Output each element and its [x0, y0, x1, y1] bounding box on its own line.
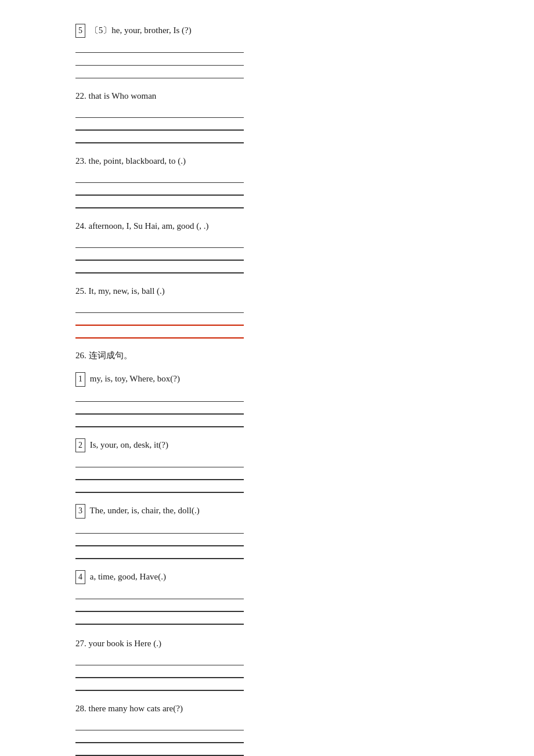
question-text-28: there many how cats are(?) [89, 704, 183, 713]
answer-line [75, 236, 244, 248]
section-title-26: 26. 连词成句。 [75, 350, 459, 361]
answer-line [75, 184, 244, 196]
answer-line [75, 41, 244, 53]
bracket-prev5: 5 [75, 24, 85, 38]
page-container: 5 〔5〕he, your, brother, Is (?) 22. that … [0, 0, 534, 756]
answer-lines-27 [75, 654, 459, 691]
question-label-prev5: 5 〔5〕he, your, brother, Is (?) [75, 23, 459, 38]
answer-lines-26-3 [75, 522, 459, 559]
answer-line [75, 732, 244, 743]
question-number-28: 28. [75, 704, 89, 713]
bracket-26-2: 2 [75, 438, 85, 452]
answer-line [75, 600, 244, 612]
question-text-23: the, point, blackboard, to (.) [89, 156, 186, 165]
answer-line [75, 106, 244, 118]
question-text-24: afternoon, I, Su Hai, am, good (, .) [89, 221, 209, 231]
answer-line-red [75, 327, 244, 339]
answer-line [75, 119, 244, 131]
question-number-25: 25. [75, 286, 89, 296]
question-block-22: 22. that is Who woman [75, 89, 459, 143]
answer-line [75, 171, 244, 183]
question-text-26-2: Is, your, on, desk, it(?) [90, 440, 168, 449]
question-label-26-4: 4 a, time, good, Have(.) [75, 570, 459, 584]
question-block-26-title: 26. 连词成句。 [75, 350, 459, 361]
answer-line [75, 416, 244, 427]
answer-line [75, 535, 244, 546]
question-label-26-1: 1 my, is, toy, Where, box(?) [75, 372, 459, 386]
question-block-26-1: 1 my, is, toy, Where, box(?) [75, 372, 459, 427]
answer-line [75, 197, 244, 208]
answer-line [75, 390, 244, 402]
question-number-26: 26. [75, 351, 89, 360]
question-text-25: It, my, new, is, ball (.) [89, 286, 165, 296]
answer-line [75, 301, 244, 313]
bracket-26-3: 3 [75, 504, 85, 518]
question-block-26-3: 3 The, under, is, chair, the, doll(.) [75, 503, 459, 559]
answer-lines-26-2 [75, 456, 459, 493]
question-label-25: 25. It, my, new, is, ball (.) [75, 284, 459, 298]
question-text-22: that is Who woman [89, 91, 157, 100]
question-block-26-4: 4 a, time, good, Have(.) [75, 570, 459, 625]
answer-lines-25 [75, 301, 459, 339]
answer-lines-22 [75, 106, 459, 143]
question-number-24: 24. [75, 221, 89, 231]
answer-line [75, 54, 244, 66]
answer-line [75, 132, 244, 143]
answer-line [75, 456, 244, 467]
answer-line [75, 588, 244, 599]
answer-line [75, 679, 244, 691]
answer-lines-prev5 [75, 41, 459, 78]
answer-lines-24 [75, 236, 459, 273]
question-block-27: 27. your book is Here (.) [75, 636, 459, 691]
question-number-23: 23. [75, 156, 89, 165]
question-text-27: your book is Here (.) [89, 639, 161, 648]
question-label-26-2: 2 Is, your, on, desk, it(?) [75, 438, 459, 452]
question-label-27: 27. your book is Here (.) [75, 636, 459, 650]
answer-line [75, 522, 244, 534]
answer-line [75, 613, 244, 625]
answer-line [75, 667, 244, 678]
question-block-28: 28. there many how cats are(?) [75, 701, 459, 756]
question-label-26-3: 3 The, under, is, chair, the, doll(.) [75, 503, 459, 518]
question-block-prev5: 5 〔5〕he, your, brother, Is (?) [75, 23, 459, 78]
answer-line [75, 469, 244, 480]
question-block-23: 23. the, point, blackboard, to (.) [75, 154, 459, 208]
question-label-24: 24. afternoon, I, Su Hai, am, good (, .) [75, 219, 459, 233]
question-number-27: 27. [75, 639, 89, 648]
answer-line [75, 719, 244, 730]
question-label-28: 28. there many how cats are(?) [75, 701, 459, 715]
answer-lines-28 [75, 719, 459, 756]
answer-line [75, 654, 244, 665]
question-text-26-4: a, time, good, Have(.) [90, 572, 166, 581]
answer-line [75, 403, 244, 415]
question-number-22: 22. [75, 91, 89, 100]
question-text-26-3: The, under, is, chair, the, doll(.) [89, 506, 199, 515]
question-block-24: 24. afternoon, I, Su Hai, am, good (, .) [75, 219, 459, 273]
answer-line [75, 67, 244, 78]
bracket-26-4: 4 [75, 570, 85, 584]
question-label-23: 23. the, point, blackboard, to (.) [75, 154, 459, 168]
answer-line [75, 249, 244, 261]
answer-line [75, 548, 244, 559]
question-text-26-1: my, is, toy, Where, box(?) [90, 374, 180, 383]
answer-line [75, 481, 244, 493]
bracket-26-1: 1 [75, 372, 85, 386]
answer-line-red [75, 314, 244, 326]
answer-line [75, 262, 244, 273]
question-label-22: 22. that is Who woman [75, 89, 459, 103]
question-block-25: 25. It, my, new, is, ball (.) [75, 284, 459, 339]
answer-line [75, 744, 244, 756]
section-text-26: 连词成句。 [89, 351, 132, 360]
answer-lines-26-1 [75, 390, 459, 427]
question-block-26-2: 2 Is, your, on, desk, it(?) [75, 438, 459, 493]
answer-lines-23 [75, 171, 459, 208]
answer-lines-26-4 [75, 588, 459, 625]
